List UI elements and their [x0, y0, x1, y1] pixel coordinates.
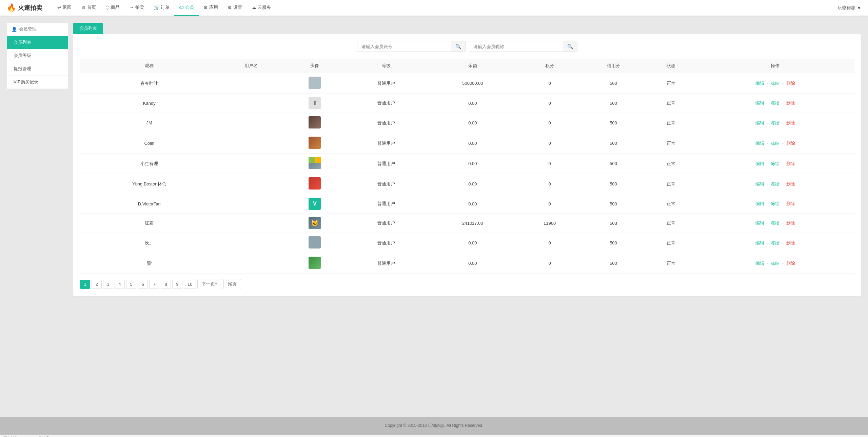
freeze-action-7[interactable]: 冻结 — [771, 220, 780, 225]
brand-logo[interactable]: 🔥 火速拍卖 — [7, 3, 42, 12]
delete-action-3[interactable]: 删除 — [786, 141, 795, 146]
page-1[interactable]: 1 — [80, 280, 90, 289]
page-4[interactable]: 4 — [115, 280, 125, 289]
delete-action-9[interactable]: 删除 — [786, 261, 795, 266]
brand-name: 火速拍卖 — [18, 4, 42, 12]
auction-icon: → — [129, 5, 134, 10]
cell-points: 0 — [519, 253, 581, 274]
freeze-action-0[interactable]: 冻结 — [771, 81, 780, 86]
sidebar-item-vip-record[interactable]: VIP购买记录 — [7, 76, 68, 89]
sep2-6: - — [782, 201, 784, 206]
table-row: D.VictorTan V 普通用户 0.00 0 500 正常 编辑 - 冻结… — [80, 194, 854, 214]
cell-balance: 0.00 — [427, 113, 519, 133]
edit-action-7[interactable]: 编辑 — [755, 220, 764, 225]
freeze-action-5[interactable]: 冻结 — [771, 181, 780, 186]
cell-avatar — [284, 154, 346, 174]
delete-action-7[interactable]: 删除 — [786, 220, 795, 225]
edit-action-5[interactable]: 编辑 — [755, 181, 764, 186]
page-6[interactable]: 6 — [138, 280, 148, 289]
nav-cloud-label: 云服务 — [258, 4, 271, 11]
store-dropdown[interactable]: 玩物得志 ▼ — [838, 5, 861, 11]
sidebar-item-report[interactable]: 提报管理 — [7, 62, 68, 76]
table-row: 红霜 🐱 普通用户 241017.00 11960 503 正常 编辑 - 冻结… — [80, 214, 854, 233]
delete-action-0[interactable]: 删除 — [786, 81, 795, 86]
page-9[interactable]: 9 — [172, 280, 182, 289]
sep1-9: - — [767, 261, 768, 266]
sep2-8: - — [782, 240, 784, 245]
cell-level: 普通用户 — [346, 253, 427, 274]
nav-goods[interactable]: ⬡ 商品 — [101, 0, 124, 16]
nav-app[interactable]: ⚙ 应用 — [199, 0, 223, 16]
nav-member[interactable]: 🏷 会员 — [174, 0, 199, 16]
edit-action-3[interactable]: 编辑 — [755, 141, 764, 146]
freeze-action-4[interactable]: 冻结 — [771, 161, 780, 166]
tab-member-list[interactable]: 会员列表 — [73, 23, 103, 34]
nav-settings[interactable]: ⚙ 设置 — [223, 0, 247, 16]
sep1-8: - — [767, 240, 768, 245]
nav-back[interactable]: ↩ 返回 — [53, 0, 76, 16]
table-row: Kandy ⬆ 普通用户 0.00 0 500 正常 编辑 - 冻结 - 删除 — [80, 94, 854, 113]
nickname-search-button[interactable]: 🔍 — [563, 41, 577, 52]
sep2-2: - — [782, 120, 784, 125]
freeze-action-8[interactable]: 冻结 — [771, 240, 780, 245]
cell-balance: 241017.00 — [427, 214, 519, 233]
cell-username — [218, 73, 284, 94]
nav-order[interactable]: 🛒 订单 — [149, 0, 174, 16]
edit-action-6[interactable]: 编辑 — [755, 201, 764, 206]
delete-action-4[interactable]: 删除 — [786, 161, 795, 166]
cell-actions: 编辑 - 冻结 - 删除 — [696, 214, 854, 233]
nav-auction[interactable]: → 拍卖 — [124, 0, 149, 16]
sidebar-item-member-list[interactable]: 会员列表 — [7, 36, 68, 49]
delete-action-5[interactable]: 删除 — [786, 181, 795, 186]
nickname-search-group: 🔍 — [469, 41, 577, 52]
page-5[interactable]: 5 — [126, 280, 136, 289]
cell-credit: 500 — [581, 113, 646, 133]
table-header-row: 昵称 用户名 头像 等级 余额 积分 信用分 状态 操作 — [80, 59, 854, 73]
page-next[interactable]: 下一页» — [197, 279, 222, 289]
cell-nickname: 春春吐吐 — [80, 73, 218, 94]
cell-avatar — [284, 73, 346, 94]
brand-icon: 🔥 — [7, 3, 16, 12]
freeze-action-9[interactable]: 冻结 — [771, 261, 780, 266]
page-2[interactable]: 2 — [92, 280, 102, 289]
delete-action-1[interactable]: 删除 — [786, 100, 795, 105]
cell-level: 普通用户 — [346, 94, 427, 113]
nav-items: ↩ 返回 🖥 首页 ⬡ 商品 → 拍卖 🛒 订单 🏷 会员 ⚙ 应用 ⚙ — [53, 0, 838, 16]
edit-action-1[interactable]: 编辑 — [755, 100, 764, 105]
page-10[interactable]: 10 — [184, 280, 196, 289]
edit-action-0[interactable]: 编辑 — [755, 81, 764, 86]
delete-action-8[interactable]: 删除 — [786, 240, 795, 245]
cell-status: 正常 — [646, 253, 696, 274]
nav-home[interactable]: 🖥 首页 — [76, 0, 101, 16]
nickname-search-input[interactable] — [469, 42, 563, 52]
cell-nickname: Ybhg.Boston林总 — [80, 174, 218, 194]
delete-action-2[interactable]: 删除 — [786, 120, 795, 125]
nav-cloud[interactable]: ☁ 云服务 — [247, 0, 276, 16]
page-3[interactable]: 3 — [103, 280, 113, 289]
edit-action-2[interactable]: 编辑 — [755, 120, 764, 125]
cell-username — [218, 113, 284, 133]
cell-status: 正常 — [646, 194, 696, 214]
freeze-action-1[interactable]: 冻结 — [771, 100, 780, 105]
col-points: 积分 — [519, 59, 581, 73]
page-7[interactable]: 7 — [149, 280, 159, 289]
table-row: JM 普通用户 0.00 0 500 正常 编辑 - 冻结 - 删除 — [80, 113, 854, 133]
edit-action-9[interactable]: 编辑 — [755, 261, 764, 266]
sep1-1: - — [767, 100, 768, 105]
edit-action-8[interactable]: 编辑 — [755, 240, 764, 245]
cell-avatar — [284, 174, 346, 194]
freeze-action-3[interactable]: 冻结 — [771, 141, 780, 146]
account-search-input[interactable] — [357, 42, 451, 52]
freeze-action-2[interactable]: 冻结 — [771, 120, 780, 125]
account-search-button[interactable]: 🔍 — [451, 41, 465, 52]
sidebar-menu: 会员列表 会员等级 提报管理 VIP购买记录 — [7, 36, 68, 89]
cell-nickname: 小生有理 — [80, 154, 218, 174]
sidebar-item-member-level[interactable]: 会员等级 — [7, 49, 68, 62]
delete-action-6[interactable]: 删除 — [786, 201, 795, 206]
page-last[interactable]: 尾页 — [223, 279, 241, 289]
page-8[interactable]: 8 — [161, 280, 171, 289]
freeze-action-6[interactable]: 冻结 — [771, 201, 780, 206]
cell-level: 普通用户 — [346, 214, 427, 233]
sep1-3: - — [767, 141, 768, 146]
edit-action-4[interactable]: 编辑 — [755, 161, 764, 166]
